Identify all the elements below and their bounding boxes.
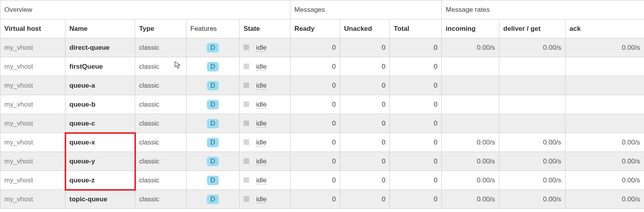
cell-deliver-get: 0.00/s <box>499 190 566 209</box>
col-ack[interactable]: ack <box>566 19 644 38</box>
cell-name[interactable]: direct-queue <box>65 38 135 57</box>
col-deliver-get[interactable]: deliver / get <box>499 19 566 38</box>
cell-unacked: 0 <box>340 38 390 57</box>
state-text: idle <box>256 63 266 71</box>
cell-type: classic <box>135 171 186 190</box>
header-group-overview[interactable]: Overview <box>0 0 290 19</box>
durable-badge: D <box>207 81 219 90</box>
state-indicator-icon <box>244 45 249 50</box>
cell-name[interactable]: queue-z <box>65 171 135 190</box>
header-group-messages[interactable]: Messages <box>290 0 442 19</box>
table-row[interactable]: my_vhostqueue-yclassicDidle0000.00/s0.00… <box>0 152 644 171</box>
cell-name[interactable]: firstQueue <box>65 57 135 76</box>
table-row[interactable]: my_vhostfirstQueueclassicDidle000 <box>0 57 644 76</box>
state-indicator-icon <box>244 139 249 145</box>
cell-total: 0 <box>390 152 442 171</box>
durable-badge: D <box>207 157 219 166</box>
cell-ready: 0 <box>290 95 340 114</box>
cell-name[interactable]: topic-queue <box>65 190 135 209</box>
cell-vhost: my_vhost <box>0 38 65 57</box>
state-indicator-icon <box>244 177 249 183</box>
state-indicator-icon <box>244 64 249 69</box>
cell-incoming: 0.00/s <box>442 133 499 152</box>
cell-total: 0 <box>390 190 442 209</box>
cell-ready: 0 <box>290 114 340 133</box>
table-row[interactable]: my_vhosttopic-queueclassicDidle0000.00/s… <box>0 190 644 209</box>
cell-name[interactable]: queue-b <box>65 95 135 114</box>
cell-features: D <box>186 152 240 171</box>
cell-type: classic <box>135 152 186 171</box>
col-name[interactable]: Name <box>65 19 135 38</box>
cell-type: classic <box>135 190 186 209</box>
table-row[interactable]: my_vhostqueue-bclassicDidle000 <box>0 95 644 114</box>
table-row[interactable]: my_vhostdirect-queueclassicDidle0000.00/… <box>0 38 644 57</box>
cell-ready: 0 <box>290 152 340 171</box>
col-ready[interactable]: Ready <box>290 19 340 38</box>
cell-unacked: 0 <box>340 133 390 152</box>
cell-state: idle <box>240 190 290 209</box>
cell-features: D <box>186 57 240 76</box>
cell-ack: 0.00/s <box>566 190 644 209</box>
cell-incoming <box>442 57 499 76</box>
col-total[interactable]: Total <box>390 19 442 38</box>
cell-total: 0 <box>390 114 442 133</box>
state-text: idle <box>256 195 266 203</box>
cell-incoming: 0.00/s <box>442 152 499 171</box>
table-row[interactable]: my_vhostqueue-aclassicDidle000 <box>0 76 644 95</box>
cell-vhost: my_vhost <box>0 190 65 209</box>
cell-features: D <box>186 95 240 114</box>
table-row[interactable]: my_vhostqueue-cclassicDidle000 <box>0 114 644 133</box>
col-unacked[interactable]: Unacked <box>340 19 390 38</box>
table-row[interactable]: my_vhostqueue-xclassicDidle0000.00/s0.00… <box>0 133 644 152</box>
state-text: idle <box>256 158 266 165</box>
cell-name[interactable]: queue-x <box>65 133 135 152</box>
cell-unacked: 0 <box>340 76 390 95</box>
cell-type: classic <box>135 133 186 152</box>
cell-ack <box>566 114 644 133</box>
cell-features: D <box>186 76 240 95</box>
cell-type: classic <box>135 38 186 57</box>
cell-name[interactable]: queue-a <box>65 76 135 95</box>
cell-deliver-get: 0.00/s <box>499 171 566 190</box>
state-text: idle <box>256 44 266 52</box>
state-text: idle <box>256 120 266 128</box>
cell-deliver-get <box>499 114 566 133</box>
cell-deliver-get <box>499 57 566 76</box>
cell-state: idle <box>240 152 290 171</box>
cell-name[interactable]: queue-c <box>65 114 135 133</box>
cell-type: classic <box>135 76 186 95</box>
col-vhost[interactable]: Virtual host <box>0 19 65 38</box>
durable-badge: D <box>207 43 219 53</box>
cell-incoming <box>442 95 499 114</box>
cell-vhost: my_vhost <box>0 57 65 76</box>
cell-features: D <box>186 38 240 57</box>
durable-badge: D <box>207 138 219 147</box>
cell-total: 0 <box>390 95 442 114</box>
cell-vhost: my_vhost <box>0 152 65 171</box>
table-row[interactable]: my_vhostqueue-zclassicDidle0000.00/s0.00… <box>0 171 644 190</box>
durable-badge: D <box>207 119 219 128</box>
cell-vhost: my_vhost <box>0 76 65 95</box>
cell-ready: 0 <box>290 171 340 190</box>
cell-deliver-get: 0.00/s <box>499 38 566 57</box>
cell-state: idle <box>240 57 290 76</box>
state-text: idle <box>256 176 266 184</box>
col-state[interactable]: State <box>240 19 290 38</box>
cell-vhost: my_vhost <box>0 133 65 152</box>
header-group-rates[interactable]: Message rates <box>442 0 644 19</box>
col-features[interactable]: Features <box>186 19 240 38</box>
cell-name[interactable]: queue-y <box>65 152 135 171</box>
cell-features: D <box>186 133 240 152</box>
durable-badge: D <box>207 176 219 185</box>
durable-badge: D <box>207 195 219 204</box>
cell-type: classic <box>135 95 186 114</box>
cell-ack: 0.00/s <box>566 38 644 57</box>
col-type[interactable]: Type <box>135 19 186 38</box>
cell-state: idle <box>240 171 290 190</box>
cell-total: 0 <box>390 133 442 152</box>
cell-unacked: 0 <box>340 171 390 190</box>
cell-incoming <box>442 76 499 95</box>
state-indicator-icon <box>244 101 249 107</box>
col-incoming[interactable]: incoming <box>442 19 499 38</box>
cell-ready: 0 <box>290 190 340 209</box>
